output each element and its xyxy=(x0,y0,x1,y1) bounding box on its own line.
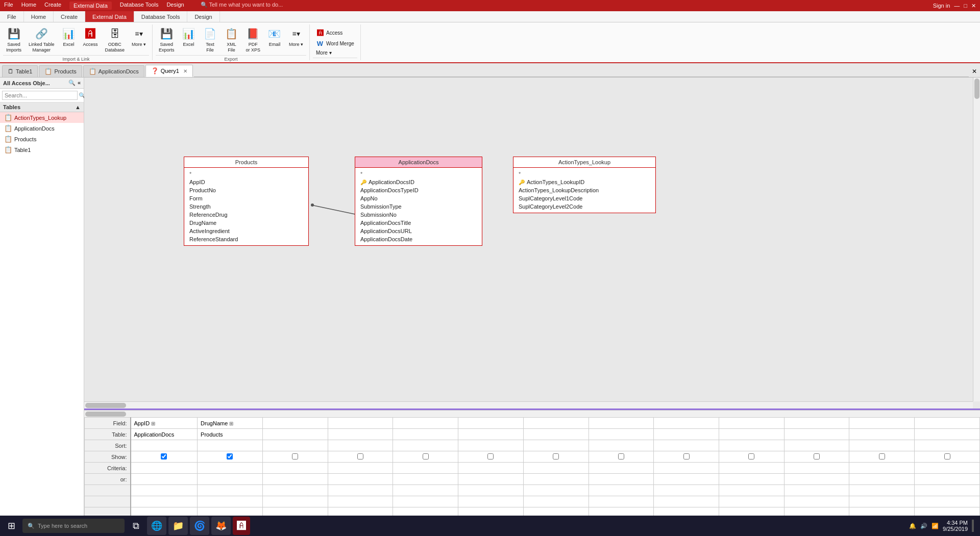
taskbar-task-view[interactable]: ⧉ xyxy=(127,517,145,535)
canvas-vscroll[interactable] xyxy=(973,78,980,401)
doc-tab-query1[interactable]: ❓ Query1 ✕ xyxy=(145,65,193,77)
show-check-1[interactable] xyxy=(161,453,167,460)
sidebar-item-applicationdocs[interactable]: 📋 ApplicationDocs xyxy=(0,123,84,134)
export-excel-btn[interactable]: 📊 Excel xyxy=(178,25,199,48)
field-empty-5[interactable] xyxy=(523,418,589,429)
tab-external-data[interactable]: External Data xyxy=(85,11,134,22)
taskbar-firefox[interactable]: 🦊 xyxy=(211,517,231,535)
products-field-referencedrug[interactable]: ReferenceDrug xyxy=(184,211,308,219)
menu-home[interactable]: Home xyxy=(21,2,36,10)
search-tell-me[interactable]: 🔍 Tell me what you want to do... xyxy=(201,2,283,10)
products-field-appid[interactable]: AppID xyxy=(184,178,308,186)
close-btn[interactable]: ✕ xyxy=(971,3,976,9)
import-excel-btn[interactable]: 📊 Excel xyxy=(58,25,79,48)
menu-external-data[interactable]: External Data xyxy=(69,2,112,10)
taskbar-notify-icon[interactable]: 🔔 xyxy=(909,523,916,529)
field-empty-3[interactable] xyxy=(393,418,458,429)
sign-in-link[interactable]: Sign in xyxy=(933,3,950,9)
products-field-productno[interactable]: ProductNo xyxy=(184,186,308,194)
collect-access-btn[interactable]: 🅰 Access xyxy=(313,28,357,38)
sidebar-item-actiontypes[interactable]: 📋 ActionTypes_Lookup xyxy=(0,112,84,123)
table-products[interactable]: Products xyxy=(198,429,263,440)
field-empty-11[interactable] xyxy=(915,418,980,429)
field-empty-7[interactable] xyxy=(654,418,719,429)
actiontypes-field-description[interactable]: ActionTypes_LookupDescription xyxy=(513,186,655,194)
field-empty-9[interactable] xyxy=(784,418,849,429)
export-text-btn[interactable]: 📄 Text File xyxy=(200,25,220,54)
export-xml-btn[interactable]: 📋 XML File xyxy=(221,25,241,54)
show-check-5[interactable] xyxy=(423,453,429,460)
sidebar-section-toggle[interactable]: ▲ xyxy=(75,104,81,110)
show-check-11[interactable] xyxy=(814,453,820,460)
sidebar-search-input[interactable] xyxy=(2,91,78,100)
show-check-2[interactable] xyxy=(227,453,233,460)
table-appdocs[interactable]: ApplicationDocs xyxy=(131,429,198,440)
export-pdf-btn[interactable]: 📕 PDF or XPS xyxy=(242,25,263,54)
start-btn[interactable]: ⊞ xyxy=(2,517,20,535)
canvas-hscroll[interactable] xyxy=(84,401,973,409)
show-check-3[interactable] xyxy=(292,453,298,460)
restore-btn[interactable]: □ xyxy=(964,3,967,9)
minimize-btn[interactable]: — xyxy=(954,3,960,9)
appdocs-field-id[interactable]: 🔑 ApplicationDocsID xyxy=(355,178,482,186)
menu-create[interactable]: Create xyxy=(44,2,61,10)
actiontypes-field-id[interactable]: 🔑 ActionTypes_LookupID xyxy=(513,178,655,186)
products-field-referencestandard[interactable]: ReferenceStandard xyxy=(184,235,308,243)
query-grid-hscroll[interactable] xyxy=(84,410,980,417)
field-appid[interactable]: AppID ⊞ xyxy=(131,418,198,429)
show-check-8[interactable] xyxy=(618,453,624,460)
import-access-btn[interactable]: 🅰 Access xyxy=(80,25,101,48)
linked-table-manager-btn[interactable]: 🔗 Linked Table Manager xyxy=(26,25,57,54)
canvas-area[interactable]: Products * AppID ProductNo Form Strength… xyxy=(84,78,980,409)
doc-tab-applicationdocs[interactable]: 📋 ApplicationDocs xyxy=(83,65,144,77)
import-more-btn[interactable]: ≡▾ More ▾ xyxy=(129,25,149,48)
products-field-strength[interactable]: Strength xyxy=(184,202,308,211)
taskbar-network-icon[interactable]: 📶 xyxy=(932,523,939,529)
appdocs-field-submissiontype[interactable]: SubmissionType xyxy=(355,202,482,211)
sidebar-item-table1[interactable]: 📋 Table1 xyxy=(0,144,84,155)
sidebar-item-products[interactable]: 📋 Products xyxy=(0,134,84,144)
taskbar-show-desktop[interactable] xyxy=(972,520,974,532)
export-more-btn[interactable]: ≡▾ More ▾ xyxy=(286,25,306,48)
sidebar-collapse-icon[interactable]: « xyxy=(78,80,81,86)
saved-imports-btn[interactable]: 💾 Saved Imports xyxy=(3,25,24,54)
field-empty-4[interactable] xyxy=(458,418,524,429)
actiontypes-field-level2[interactable]: SuplCategoryLevel2Code xyxy=(513,202,655,211)
show-check-13[interactable] xyxy=(944,453,950,460)
tab-create[interactable]: Create xyxy=(54,11,85,22)
saved-exports-btn[interactable]: 💾 Saved Exports xyxy=(156,25,178,54)
show-check-12[interactable] xyxy=(879,453,885,460)
taskbar-search[interactable]: 🔍 Type here to search xyxy=(22,519,125,533)
tab-database-tools[interactable]: Database Tools xyxy=(134,11,188,22)
sidebar-search-icon[interactable]: 🔍 xyxy=(68,80,76,86)
taskbar-chrome[interactable]: 🌀 xyxy=(190,517,209,535)
appdocs-field-date[interactable]: ApplicationDocsDate xyxy=(355,235,482,243)
menu-design[interactable]: Design xyxy=(166,2,184,10)
field-empty-1[interactable] xyxy=(262,418,328,429)
tab-home[interactable]: Home xyxy=(24,11,54,22)
collect-more-btn[interactable]: More ▾ xyxy=(313,49,357,57)
field-empty-6[interactable] xyxy=(589,418,654,429)
show-check-4[interactable] xyxy=(357,453,363,460)
canvas-hscroll-thumb[interactable] xyxy=(85,403,126,408)
field-empty-8[interactable] xyxy=(719,418,784,429)
import-odbc-btn[interactable]: 🗄 ODBC Database xyxy=(102,25,128,54)
show-check-6[interactable] xyxy=(487,453,494,460)
appdocs-field-appno[interactable]: AppNo xyxy=(355,194,482,202)
appdocs-field-title[interactable]: ApplicationDocsTitle xyxy=(355,219,482,227)
doc-tab-products[interactable]: 📋 Products xyxy=(39,65,82,77)
tab-close-icon[interactable]: ✕ xyxy=(183,68,187,74)
taskbar-access[interactable]: 🅰 xyxy=(233,517,250,535)
products-field-activeingredient[interactable]: ActiveIngredient xyxy=(184,227,308,235)
doc-tab-table1[interactable]: 🗒 Table1 xyxy=(2,65,38,77)
products-field-drugname[interactable]: DrugName xyxy=(184,219,308,227)
actiontypes-field-level1[interactable]: SuplCategoryLevel1Code xyxy=(513,194,655,202)
export-email-btn[interactable]: 📧 Email xyxy=(264,25,285,48)
field-empty-10[interactable] xyxy=(849,418,915,429)
appdocs-field-url[interactable]: ApplicationDocsURL xyxy=(355,227,482,235)
taskbar-edge[interactable]: 🌐 xyxy=(147,517,166,535)
taskbar-files[interactable]: 📁 xyxy=(168,517,188,535)
show-check-9[interactable] xyxy=(683,453,690,460)
menu-file[interactable]: File xyxy=(4,2,13,10)
taskbar-sound-icon[interactable]: 🔊 xyxy=(920,523,927,529)
